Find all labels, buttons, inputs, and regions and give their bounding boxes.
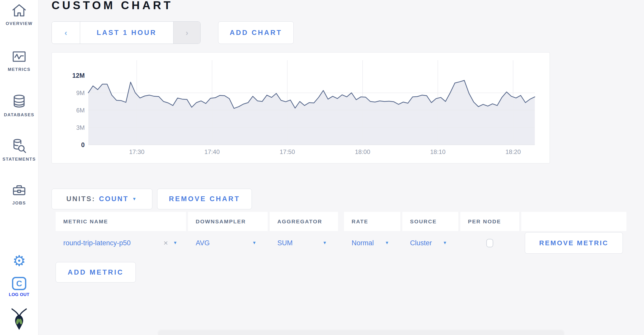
column-header-metric-name: METRIC NAME (56, 212, 186, 231)
add-chart-button[interactable]: ADD CHART (218, 21, 294, 44)
sidebar-item-label: JOBS (12, 201, 26, 206)
column-header-source: SOURCE (402, 212, 458, 231)
column-header-aggregator: AGGREGATOR (270, 212, 338, 231)
sidebar-item-jobs[interactable]: JOBS (0, 183, 38, 206)
page-title: CUSTOM CHART (52, 0, 173, 12)
jobs-icon (11, 183, 27, 198)
main-content: CUSTOM CHART ‹ LAST 1 HOUR › ADD CHART 1… (39, 0, 644, 335)
time-toolbar: ‹ LAST 1 HOUR › ADD CHART (52, 21, 294, 44)
chevron-down-icon: ▼ (132, 197, 138, 202)
metric-name-cell: round-trip-latency-p50 × ▼ (56, 231, 186, 255)
chevron-down-icon: ▼ (443, 240, 447, 246)
aggregator-dropdown[interactable]: SUM ▼ (270, 231, 338, 255)
sidebar-item-label: OVERVIEW (6, 21, 33, 26)
svg-text:18:10: 18:10 (430, 148, 445, 155)
clear-metric-icon[interactable]: × (164, 239, 168, 247)
svg-text:12M: 12M (72, 72, 85, 79)
cockroach-bug-icon (11, 308, 27, 332)
metric-name-dropdown[interactable]: round-trip-latency-p50 (63, 239, 131, 247)
gear-icon: ⚙ (13, 253, 26, 269)
statements-icon (11, 138, 27, 154)
logout-label: LOG OUT (9, 292, 30, 297)
time-range-selector: ‹ LAST 1 HOUR › (52, 21, 201, 44)
downsampler-value: AVG (196, 239, 210, 247)
svg-text:18:00: 18:00 (355, 148, 370, 155)
logout-button[interactable]: C LOG OUT (0, 277, 38, 297)
svg-text:6M: 6M (76, 107, 85, 114)
remove-chart-button[interactable]: REMOVE CHART (157, 189, 252, 209)
metrics-icon (11, 48, 27, 65)
column-header-rate: RATE (344, 212, 400, 231)
chart-card: 17:3017:4017:5018:0018:1018:2012M9M6M3M0 (52, 52, 550, 163)
add-metric-button[interactable]: ADD METRIC (56, 262, 136, 282)
cockroach-logo (0, 308, 38, 332)
sidebar-item-label: METRICS (8, 67, 30, 72)
chevron-down-icon: ▼ (323, 240, 327, 246)
chevron-right-icon: › (185, 28, 188, 37)
metrics-table: METRIC NAME DOWNSAMPLER AGGREGATOR RATE … (56, 212, 626, 255)
svg-text:17:50: 17:50 (280, 148, 295, 155)
svg-text:18:20: 18:20 (505, 148, 521, 155)
sidebar-item-databases[interactable]: DATABASES (0, 93, 38, 118)
settings-button[interactable]: ⚙ (0, 253, 38, 269)
remove-metric-button[interactable]: REMOVE METRIC (525, 232, 623, 254)
svg-text:3M: 3M (76, 124, 85, 131)
bottom-sheet-edge (158, 331, 564, 335)
aggregator-value: SUM (277, 239, 293, 247)
chevron-down-icon: ▼ (385, 240, 389, 246)
home-icon (11, 3, 27, 19)
metric-row: round-trip-latency-p50 × ▼ AVG ▼ SUM ▼ N… (56, 231, 626, 255)
sidebar-item-label: STATEMENTS (3, 157, 36, 162)
c-badge-letter: C (16, 279, 22, 288)
units-label: UNITS: (66, 195, 95, 203)
custom-chart-area-chart: 17:3017:4017:5018:0018:1018:2012M9M6M3M0 (52, 53, 550, 164)
chevron-left-icon: ‹ (65, 28, 67, 37)
sidebar-item-overview[interactable]: OVERVIEW (0, 3, 38, 26)
svg-text:17:40: 17:40 (204, 148, 220, 155)
per-node-cell (460, 231, 519, 255)
time-range-dropdown[interactable]: LAST 1 HOUR (80, 22, 173, 44)
metric-actions-cell: REMOVE METRIC (521, 231, 626, 255)
source-value: Cluster (410, 239, 432, 247)
metric-name-controls: × ▼ (164, 239, 177, 247)
chart-controls-row: UNITS: COUNT ▼ REMOVE CHART (52, 189, 252, 209)
sidebar: OVERVIEW METRICS DATABASES (0, 0, 39, 335)
column-header-downsampler: DOWNSAMPLER (188, 212, 268, 231)
time-range-next-button[interactable]: › (173, 22, 200, 44)
per-node-checkbox[interactable] (486, 239, 493, 247)
cockroach-c-icon: C (12, 277, 26, 290)
time-range-prev-button[interactable]: ‹ (52, 22, 80, 44)
chevron-down-icon: ▼ (252, 240, 256, 246)
column-header-per-node: PER NODE (460, 212, 519, 231)
metrics-table-header: METRIC NAME DOWNSAMPLER AGGREGATOR RATE … (56, 212, 626, 231)
database-icon (11, 93, 27, 110)
chevron-down-icon[interactable]: ▼ (173, 240, 177, 246)
sidebar-item-statements[interactable]: STATEMENTS (0, 138, 38, 162)
sidebar-item-metrics[interactable]: METRICS (0, 48, 38, 72)
column-gap (340, 212, 342, 231)
rate-value: Normal (352, 239, 374, 247)
source-dropdown[interactable]: Cluster ▼ (402, 231, 458, 255)
svg-text:0: 0 (81, 141, 85, 148)
svg-text:17:30: 17:30 (129, 148, 144, 155)
sidebar-item-label: DATABASES (4, 112, 34, 118)
rate-dropdown[interactable]: Normal ▼ (344, 231, 400, 255)
column-header-actions (521, 212, 626, 231)
units-dropdown[interactable]: UNITS: COUNT ▼ (52, 189, 152, 209)
units-value: COUNT (99, 195, 129, 203)
svg-text:9M: 9M (76, 89, 85, 96)
downsampler-dropdown[interactable]: AVG ▼ (188, 231, 268, 255)
